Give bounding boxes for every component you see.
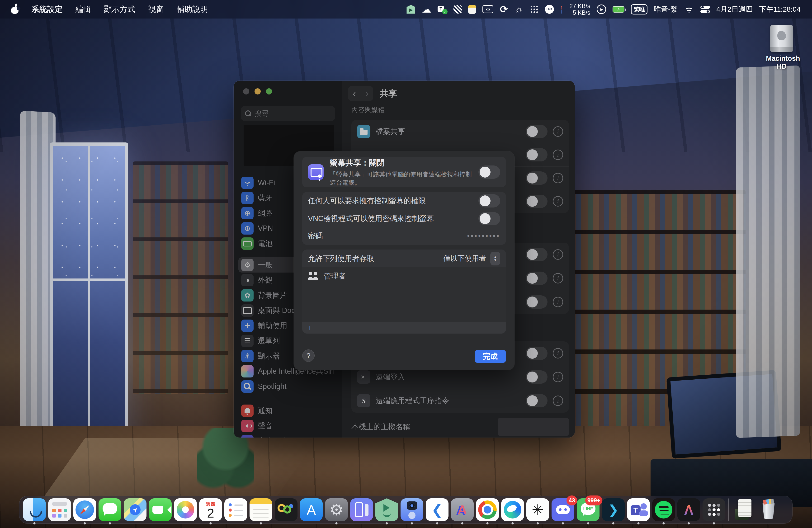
dock-spotify[interactable] — [652, 498, 675, 521]
dock-notes[interactable] — [249, 498, 272, 521]
menu-time[interactable]: 下午11:28:04 — [759, 4, 801, 14]
network-arrows-icon[interactable] — [560, 5, 563, 13]
line-menu-icon[interactable] — [545, 5, 554, 14]
menu-item[interactable]: 系統設定 — [31, 4, 63, 15]
sync-arrows-icon[interactable] — [500, 5, 508, 14]
row-toggle[interactable] — [526, 148, 548, 161]
dock-finder[interactable] — [23, 498, 46, 521]
dock-a-app[interactable]: A — [451, 498, 474, 521]
row-toggle[interactable] — [526, 172, 548, 185]
sidebar-item-spotlight[interactable]: Spotlight — [238, 379, 338, 394]
cloud-sync-icon[interactable] — [422, 5, 431, 14]
row-toggle[interactable] — [526, 295, 548, 309]
running-indicator — [512, 522, 514, 525]
info-button[interactable]: i — [553, 297, 563, 307]
info-button[interactable]: i — [553, 150, 563, 160]
help-button[interactable]: ? — [302, 350, 315, 362]
striped-square-icon[interactable] — [453, 5, 462, 14]
dock-app-store[interactable]: A — [300, 498, 323, 521]
menu-item[interactable]: 顯示方式 — [104, 4, 135, 15]
minimize-button[interactable] — [255, 88, 261, 94]
user-list-item[interactable]: 管理者 — [302, 267, 506, 285]
dock-reminders[interactable] — [224, 498, 247, 521]
brightness-icon[interactable] — [514, 5, 523, 14]
display-mirroring-icon[interactable] — [482, 5, 493, 13]
info-button[interactable]: i — [553, 348, 563, 358]
info-button[interactable]: i — [553, 196, 563, 207]
dock-facetime[interactable] — [149, 498, 172, 521]
dock-maps[interactable]: ➤ — [124, 498, 146, 521]
teams-status-icon[interactable] — [438, 5, 447, 14]
dock-iphone-mirroring[interactable] — [350, 498, 373, 521]
hostname-field[interactable] — [498, 418, 569, 436]
menu-item[interactable]: 編輯 — [75, 4, 91, 15]
dock-teams[interactable]: T — [627, 498, 650, 521]
home-video-menu-icon[interactable] — [406, 5, 415, 14]
dock-proxy-app[interactable]: ❯ — [602, 498, 625, 521]
dock-discord[interactable]: 43 — [552, 498, 574, 521]
play-circle-icon[interactable] — [597, 4, 606, 14]
back-button[interactable]: ‹ — [348, 86, 361, 101]
apple-menu-icon[interactable] — [11, 5, 18, 14]
dock-home-video-app[interactable] — [375, 498, 398, 521]
add-user-button[interactable]: + — [304, 323, 316, 333]
sidebar-item-notifications[interactable]: 通知 — [238, 403, 338, 418]
menu-date[interactable]: 4月2日週四 — [716, 4, 753, 14]
close-button[interactable] — [243, 88, 249, 94]
dock-chrome[interactable] — [476, 498, 499, 521]
dock-divider[interactable] — [728, 498, 730, 521]
info-button[interactable]: i — [553, 273, 563, 283]
dock-chatgpt[interactable]: ✳ — [526, 498, 549, 521]
option-toggle[interactable] — [478, 194, 500, 207]
dock-trash[interactable] — [757, 498, 780, 521]
dock-calendar[interactable]: 週四 2 — [199, 498, 222, 521]
row-toggle[interactable] — [526, 347, 548, 360]
dock-peak-app[interactable]: Λ — [677, 498, 700, 521]
search-input[interactable]: 搜尋 — [241, 106, 335, 121]
dock-photos[interactable] — [174, 498, 197, 521]
screen-sharing-toggle[interactable] — [478, 165, 500, 179]
control-center-icon[interactable] — [700, 6, 710, 13]
input-method-name[interactable]: 唯音-繁 — [654, 4, 678, 14]
dock-app-grid[interactable] — [702, 498, 725, 521]
dock-launchpad[interactable] — [48, 498, 71, 521]
forward-button[interactable]: › — [361, 86, 374, 101]
info-button[interactable]: i — [553, 396, 563, 406]
dock-edge[interactable] — [501, 498, 524, 521]
macintosh-hd-icon[interactable]: Macintosh HD — [766, 25, 797, 70]
done-button[interactable]: 完成 — [475, 350, 506, 363]
input-method-badge[interactable]: 繁唯 — [631, 4, 648, 14]
row-toggle[interactable] — [526, 125, 548, 138]
dock-system-settings[interactable]: ⚙ — [325, 498, 348, 521]
option-toggle[interactable] — [478, 212, 500, 225]
dock-camera-app[interactable] — [401, 498, 423, 521]
row-toggle[interactable] — [526, 272, 548, 285]
row-toggle[interactable] — [526, 248, 548, 261]
dock-downloads-stack[interactable] — [732, 498, 755, 521]
grid-dots-icon[interactable] — [530, 5, 538, 14]
dock-line[interactable]: 999+ — [577, 498, 599, 521]
menu-item[interactable]: 視窗 — [148, 4, 164, 15]
remove-user-button[interactable]: − — [316, 323, 328, 333]
stickies-icon[interactable] — [468, 5, 476, 14]
battery-charging-icon[interactable] — [612, 6, 624, 13]
network-speed[interactable]: 27 KB/s 5 KB/s — [569, 3, 591, 16]
sidebar-item-focus[interactable]: ☾ 專注模式 — [238, 434, 338, 438]
dock-vscode[interactable]: ❮ — [426, 498, 449, 521]
dock-passwords[interactable] — [275, 498, 298, 521]
zoom-button[interactable] — [266, 88, 272, 94]
info-button[interactable]: i — [553, 249, 563, 260]
allowed-users-dropdown[interactable]: ▲▼ — [490, 252, 500, 265]
sidebar-item-sound[interactable]: 聲音 — [238, 418, 338, 434]
dock-messages[interactable] — [99, 498, 121, 521]
info-button[interactable]: i — [553, 173, 563, 183]
row-toggle[interactable] — [526, 370, 548, 384]
dock-safari[interactable] — [73, 498, 96, 521]
row-toggle[interactable] — [526, 195, 548, 208]
info-button[interactable]: i — [553, 126, 563, 137]
row-toggle[interactable] — [526, 394, 548, 407]
menu-item[interactable]: 輔助說明 — [177, 4, 208, 15]
info-button[interactable]: i — [553, 372, 563, 382]
password-value[interactable]: ••••••••• — [467, 232, 500, 240]
wifi-icon[interactable] — [684, 6, 694, 13]
